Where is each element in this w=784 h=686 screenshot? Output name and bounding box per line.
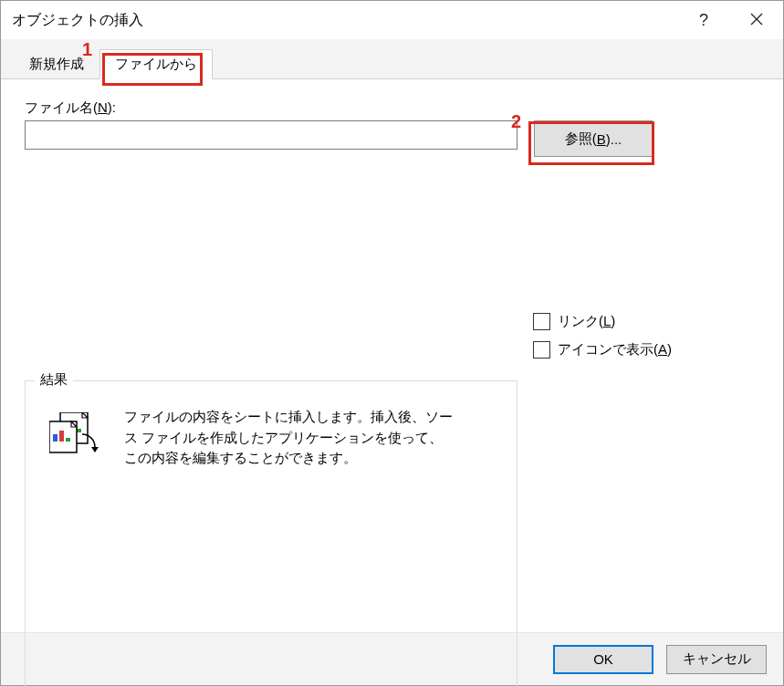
browse-label-accesskey: B <box>597 131 606 147</box>
display-as-icon-checkbox[interactable] <box>533 341 550 359</box>
file-row: 参照(B)... <box>25 120 759 157</box>
browse-label-post: )... <box>606 131 622 147</box>
result-description: ファイルの内容をシートに挿入します。挿入後、ソース ファイルを作成したアプリケー… <box>124 407 453 469</box>
ok-button[interactable]: OK <box>553 645 653 674</box>
options-checks: リンク(L) アイコンで表示(A) <box>533 313 672 359</box>
link-label: リンク(L) <box>558 313 615 330</box>
icon-label-accesskey: A <box>658 341 667 357</box>
help-icon: ? <box>699 11 708 30</box>
svg-rect-11 <box>66 438 70 442</box>
link-checkbox[interactable] <box>533 313 550 330</box>
tab-strip: 新規作成 ファイルから <box>1 39 783 79</box>
cancel-button[interactable]: キャンセル <box>666 645 767 674</box>
tab-create-new[interactable]: 新規作成 <box>14 49 99 79</box>
result-group: 結果 <box>25 380 517 686</box>
display-as-icon-label: アイコンで表示(A) <box>558 341 672 359</box>
filename-label-post: ): <box>108 99 116 115</box>
icon-label-post: ) <box>667 341 672 357</box>
svg-marker-12 <box>91 447 99 452</box>
filename-label-accesskey: N <box>98 99 108 115</box>
svg-rect-10 <box>59 431 64 442</box>
browse-button[interactable]: 参照(B)... <box>534 120 653 157</box>
display-as-icon-checkbox-row[interactable]: アイコンで表示(A) <box>533 341 672 359</box>
dialog-title: オブジェクトの挿入 <box>12 11 677 30</box>
help-button[interactable]: ? <box>677 1 730 39</box>
result-icon-wrap <box>46 407 104 457</box>
link-checkbox-row[interactable]: リンク(L) <box>533 313 672 330</box>
filename-label: ファイル名(N): <box>25 99 759 117</box>
filename-label-pre: ファイル名( <box>25 99 98 115</box>
filename-input[interactable] <box>25 120 517 150</box>
tab-from-file[interactable]: ファイルから <box>99 49 213 79</box>
link-label-post: ) <box>611 313 615 328</box>
browse-label-pre: 参照( <box>565 130 597 148</box>
icon-label-pre: アイコンで表示( <box>558 341 658 357</box>
insert-object-dialog: オブジェクトの挿入 ? 新規作成 ファイルから ファイル名(N): 参照(B).… <box>0 0 784 686</box>
result-body: ファイルの内容をシートに挿入します。挿入後、ソース ファイルを作成したアプリケー… <box>26 381 517 485</box>
link-label-pre: リンク( <box>558 313 603 328</box>
titlebar: オブジェクトの挿入 ? <box>1 1 783 39</box>
close-button[interactable] <box>730 1 783 39</box>
embed-document-icon <box>49 412 100 457</box>
close-icon <box>750 11 763 30</box>
result-legend: 結果 <box>35 371 73 389</box>
svg-rect-9 <box>53 434 57 442</box>
dialog-content: ファイル名(N): 参照(B)... リンク(L) アイコンで表示(A) 結果 <box>1 79 783 632</box>
